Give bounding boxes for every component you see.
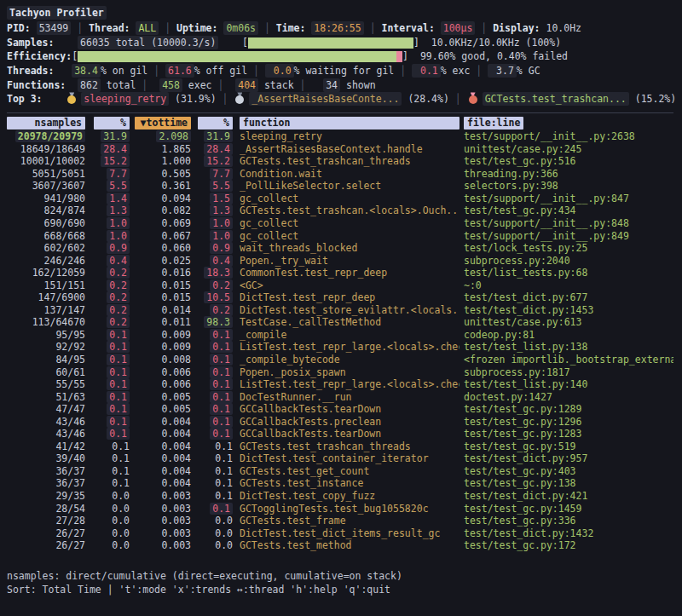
pct-cumulative-cell: 0.9 [198, 242, 233, 255]
table-row[interactable]: 690/6901.00.0691.0gc_collecttest/support… [7, 217, 673, 230]
cell-value: 0.005 [161, 391, 191, 403]
cell-value: 1.0 [210, 217, 233, 229]
tottime-cell: 0.069 [135, 217, 191, 230]
thread-label: Thread: [89, 22, 136, 34]
col-header-label: ▼tottime [135, 117, 191, 130]
cell-value: 0.003 [161, 503, 191, 515]
top3-line: Top 3: sleeping_retry (31.9%) │ _AssertR… [7, 92, 673, 107]
table-row[interactable]: 151/1510.20.0150.2<GC>~:0 [7, 279, 673, 292]
cell-value: 0.1 [210, 391, 233, 403]
function-cell: gc_collect [240, 217, 459, 230]
display-label: Display: [493, 22, 546, 34]
file-line-cell: test/support/__init__.py:2638 [464, 130, 673, 143]
table-row[interactable]: 39/400.10.0040.1DictTest.test_container_… [7, 452, 673, 465]
nsamples-cell: 39/40 [7, 452, 85, 465]
top3-function-pct: (31.9%) [169, 93, 216, 105]
col-header-file-line[interactable]: file:line [464, 117, 673, 130]
table-row[interactable]: 602/6020.90.0600.9wait_threads_blockedte… [7, 242, 673, 255]
table-row[interactable]: 10001/1000215.21.00015.2GCTests.test_tra… [7, 155, 673, 168]
table-row[interactable]: 5051/50517.70.5057.7Condition.waitthread… [7, 168, 673, 181]
table-row[interactable]: 113/646700.20.01198.3TestCase._callTestM… [7, 316, 673, 329]
table-row[interactable]: 55/550.10.0060.1ListTest.test_repr_large… [7, 378, 673, 391]
tottime-cell: 0.004 [135, 452, 191, 465]
table-row[interactable]: 84/950.10.0080.1_compile_bytecode<frozen… [7, 354, 673, 366]
cell-value: 824/874 [44, 204, 85, 216]
table-row[interactable]: 47/470.10.0050.1GCCallbackTests.tearDown… [7, 403, 673, 416]
table-row[interactable]: 41/420.10.0040.1GCTests.test_trashcan_th… [7, 440, 673, 453]
pct-cumulative-cell: 0.2 [198, 279, 233, 292]
table-row[interactable]: 60/610.10.0060.1Popen._posix_spawnsubpro… [7, 366, 673, 379]
cell-value: 0.2 [210, 304, 233, 316]
cell-value: 0.011 [161, 316, 191, 328]
table-row[interactable]: 18649/1864928.41.86528.4_AssertRaisesBas… [7, 143, 673, 156]
table-row[interactable]: 246/2460.40.0250.4Popen._try_waitsubproc… [7, 255, 673, 268]
cell-value: 602/602 [44, 242, 85, 254]
cell-value: 60/61 [55, 366, 85, 378]
tottime-cell: 0.361 [135, 180, 191, 193]
file-line-cell: test/test_dict.py:1453 [464, 304, 673, 317]
cell-value: 36/37 [55, 477, 85, 489]
pct-direct-cell: 0.1 [94, 378, 130, 391]
cell-value: 0.0 [112, 503, 130, 515]
app-title: Tachyon Profiler [7, 6, 107, 20]
table-row[interactable]: 668/6681.00.0671.0gc_collecttest/support… [7, 230, 673, 243]
table-row[interactable]: 92/920.10.0090.1ListTest.test_repr_large… [7, 341, 673, 354]
nsamples-cell: 43/46 [7, 428, 85, 440]
cell-value: 0.1 [107, 329, 130, 341]
top3-function-pct: (28.4%) [402, 93, 448, 105]
table-row[interactable]: 941/9801.40.0941.5gc_collecttest/support… [7, 193, 673, 205]
top3-label: Top 3: [7, 93, 66, 105]
table-row[interactable]: 137/1470.20.0140.2DictTest.test_store_ev… [7, 304, 673, 317]
cell-value: 0.003 [161, 527, 191, 539]
table-row[interactable]: 43/460.10.0040.1GCCallbackTests.preclean… [7, 416, 673, 429]
separator: │ [217, 93, 234, 105]
cell-value: 0.0 [215, 515, 233, 527]
col-header-tottime[interactable]: ▼tottime [135, 117, 191, 130]
col-header-function[interactable]: function [240, 117, 459, 130]
cell-value: unittest/case.py:613 [464, 316, 581, 328]
cell-value: 1.0 [107, 230, 130, 242]
cell-value: 0.009 [161, 341, 191, 353]
table-row[interactable]: 147/69000.20.01510.5DictTest.test_repr_d… [7, 291, 673, 304]
cell-value: DictTest.test_repr_deep [240, 291, 375, 303]
table-row[interactable]: 162/120590.20.01618.3CommonTest.test_rep… [7, 267, 673, 279]
cell-value: 3607/3607 [32, 180, 85, 192]
table-row[interactable]: 36/370.10.0040.1GCTests.test_get_countte… [7, 465, 673, 478]
cell-value: test/test_dict.py:957 [464, 452, 587, 464]
function-cell: DocTestRunner.__run [240, 391, 459, 404]
table-row[interactable]: 26/270.00.0030.0DictTest.test_dict_items… [7, 527, 673, 540]
nsamples-cell: 51/63 [7, 391, 85, 404]
function-cell: gc_collect [240, 230, 459, 243]
cell-value: 0.069 [161, 217, 191, 229]
table-row[interactable]: 36/370.10.0040.1GCTests.test_instancetes… [7, 477, 673, 490]
cell-value: test/support/__init__.py:847 [464, 193, 629, 204]
col-header-pct-cumulative[interactable]: % [198, 117, 233, 130]
table-row[interactable]: 20978/2097931.92.09831.9sleeping_retryte… [7, 130, 673, 143]
separator: │ [217, 79, 235, 91]
top3-function-pct: (15.2%) [629, 93, 676, 105]
table-row[interactable]: 27/280.00.0030.0GCTests.test_frametest/t… [7, 515, 673, 527]
nsamples-cell: 137/147 [7, 304, 85, 317]
table-row[interactable]: 28/540.00.0030.1GCTogglingTests.test_bug… [7, 503, 673, 515]
cell-value: codeop.py:81 [464, 329, 535, 341]
table-row[interactable]: 29/350.00.0030.1DictTest.test_copy_fuzzt… [7, 490, 673, 503]
table-row[interactable]: 3607/36075.50.3615.5_PollLikeSelector.se… [7, 180, 673, 193]
cell-value: 0.0 [112, 515, 130, 527]
pct-direct-cell: 0.2 [94, 316, 130, 329]
table-row[interactable]: 51/630.10.0050.1DocTestRunner.__rundocte… [7, 391, 673, 404]
exc-label: % exc [441, 65, 477, 77]
table-row[interactable]: 824/8741.30.0821.3GCTests.test_trashcan.… [7, 204, 673, 217]
table-row[interactable]: 95/950.10.0090.1_compilecodeop.py:81 [7, 329, 673, 342]
threads-line: Threads: 38.4% on gil │ 61.6% off gil │ … [7, 64, 673, 78]
tottime-cell: 0.025 [135, 255, 191, 268]
table-row[interactable]: 43/460.10.0040.1GCCallbackTests.tearDown… [7, 428, 673, 440]
pct-direct-cell: 0.2 [94, 267, 130, 279]
table-row[interactable]: 26/270.00.0030.0GCTests.test_methodtest/… [7, 539, 673, 552]
cell-value: 0.1 [210, 329, 233, 341]
col-header-nsamples[interactable]: nsamples [7, 117, 85, 130]
cell-value: subprocess.py:1817 [464, 366, 570, 378]
file-line-cell: threading.py:366 [464, 168, 673, 181]
separator: │ [142, 79, 159, 91]
pct-cumulative-cell: 1.3 [198, 204, 233, 217]
col-header-pct-direct[interactable]: % [94, 117, 130, 130]
